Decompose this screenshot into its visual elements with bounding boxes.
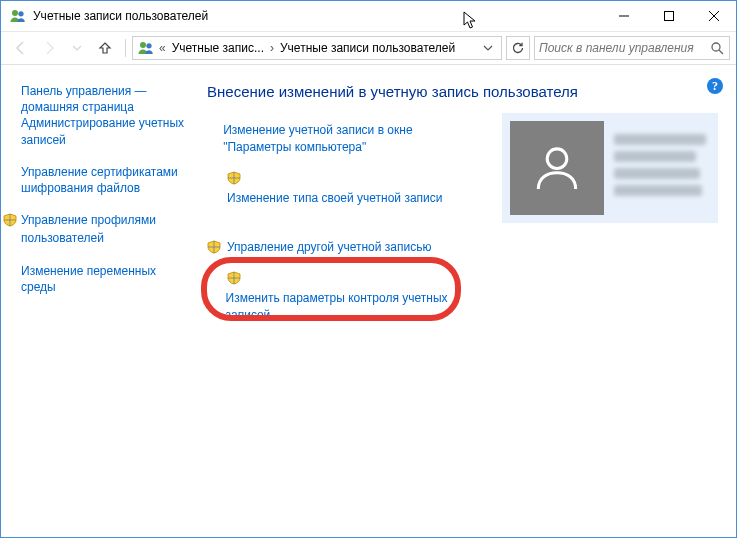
task-change-account-type[interactable]: Изменение типа своей учетной записи [227,190,442,207]
shield-icon [227,171,467,188]
minimize-button[interactable] [601,1,646,31]
svg-text:?: ? [712,79,718,93]
svg-point-12 [547,149,567,169]
refresh-button[interactable] [506,36,530,60]
user-accounts-icon [9,7,27,25]
shield-icon [227,271,467,288]
search-input[interactable] [535,41,705,55]
sidebar-item-certificates[interactable]: Управление сертификатами шифрования файл… [21,164,189,196]
task-manage-other-account[interactable]: Управление другой учетной записью [227,239,431,256]
svg-point-0 [12,10,18,16]
sidebar-item-env-vars[interactable]: Изменение переменных среды [21,263,189,295]
sidebar-item-admin-accounts[interactable]: Администрирование учетных записей [21,115,189,147]
breadcrumb-root-chevron[interactable]: « [157,41,168,55]
window-title: Учетные записи пользователей [33,9,601,23]
task-change-uac-settings[interactable]: Изменить параметры контроля учетных запи… [226,290,467,325]
sidebar-home-link[interactable]: Панель управления — домашняя страница [21,84,147,114]
avatar [510,121,604,215]
close-button[interactable] [691,1,736,31]
sidebar-item-profiles[interactable]: Управление профилями пользователей [21,212,189,247]
search-box[interactable] [534,36,730,60]
address-dropdown[interactable] [477,37,499,59]
page-title: Внесение изменений в учетную запись поль… [207,83,718,100]
account-details [614,134,710,202]
breadcrumb-segment-1[interactable]: Учетные запис... [168,37,268,59]
separator [125,39,126,57]
maximize-button[interactable] [646,1,691,31]
forward-button [35,36,63,60]
up-button[interactable] [91,36,119,60]
history-dropdown[interactable] [63,36,91,60]
address-bar[interactable]: « Учетные запис... › Учетные записи поль… [132,36,502,60]
svg-point-6 [140,42,146,48]
navigation-bar: « Учетные запис... › Учетные записи поль… [1,31,736,65]
back-button[interactable] [7,36,35,60]
svg-line-9 [719,50,723,54]
svg-point-1 [18,11,23,16]
shield-icon [207,240,221,254]
shield-icon [3,213,17,227]
help-icon[interactable]: ? [706,77,724,98]
main-pane: ? Внесение изменений в учетную запись по… [199,65,736,535]
svg-point-7 [146,43,151,48]
search-button[interactable] [705,37,729,59]
titlebar: Учетные записи пользователей [1,1,736,31]
task-change-account-settings[interactable]: Изменение учетной записи в окне "Парамет… [223,122,467,157]
chevron-right-icon[interactable]: › [268,41,276,55]
breadcrumb-segment-2[interactable]: Учетные записи пользователей [276,37,459,59]
sidebar: Панель управления — домашняя страница Ад… [1,65,199,535]
svg-rect-3 [664,12,673,21]
current-account-card [502,113,718,223]
user-accounts-icon [137,39,155,57]
svg-point-8 [712,43,720,51]
